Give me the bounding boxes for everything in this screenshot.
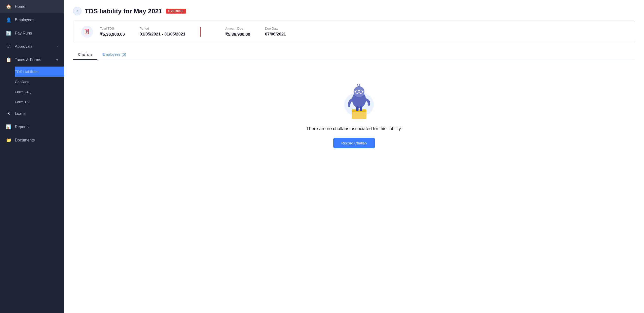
sidebar: 🏠 Home 👤 Employees 🔄 Pay Runs ☑ Approval…	[0, 0, 64, 313]
total-tds-field: Total TDS ₹5,36,900.00	[100, 27, 125, 37]
form16-label: Form 16	[15, 100, 28, 104]
record-challan-button[interactable]: Record Challan	[333, 138, 374, 148]
period-value: 01/05/2021 - 31/05/2021	[140, 32, 185, 37]
loans-icon: ₹	[6, 111, 11, 116]
period-field: Period 01/05/2021 - 31/05/2021	[140, 27, 185, 37]
sidebar-item-form24q[interactable]: Form 24Q	[15, 87, 64, 97]
sidebar-item-home[interactable]: 🏠 Home	[0, 0, 64, 13]
taxes-forms-submenu: TDS Liabilities Challans Form 24Q Form 1…	[0, 66, 64, 107]
tab-employees[interactable]: Employees (5)	[97, 49, 131, 60]
svg-rect-16	[356, 106, 358, 111]
due-date-field: Due Date 07/06/2021	[265, 27, 286, 37]
amount-due-field: Amount Due ₹5,36,900.00	[225, 27, 250, 37]
overdue-badge: OVERDUE	[166, 9, 186, 13]
sidebar-item-employees[interactable]: 👤 Employees	[0, 13, 64, 27]
sidebar-label-approvals: Approvals	[15, 44, 32, 49]
period-label: Period	[140, 27, 185, 30]
tab-challans-label: Challans	[78, 52, 92, 56]
approvals-arrow-icon: ›	[57, 45, 58, 48]
sidebar-item-taxes-forms[interactable]: 📋 Taxes & Forms ∨	[0, 53, 64, 66]
page-title: TDS liability for May 2021	[85, 7, 162, 15]
summary-card: Total TDS ₹5,36,900.00 Period 01/05/2021…	[73, 20, 635, 43]
summary-fields: Total TDS ₹5,36,900.00 Period 01/05/2021…	[100, 27, 627, 37]
form24q-label: Form 24Q	[15, 90, 32, 94]
approvals-icon: ☑	[6, 44, 11, 49]
svg-rect-6	[352, 109, 366, 112]
record-challan-label: Record Challan	[341, 141, 367, 145]
sidebar-label-documents: Documents	[15, 138, 35, 142]
svg-rect-17	[360, 106, 362, 111]
sidebar-label-loans: Loans	[15, 111, 26, 116]
sidebar-label-reports: Reports	[15, 125, 28, 129]
svg-line-14	[358, 84, 358, 86]
amount-divider	[200, 27, 200, 37]
tab-challans[interactable]: Challans	[73, 49, 97, 60]
challans-label: Challans	[15, 80, 29, 84]
tabs: Challans Employees (5)	[73, 49, 635, 60]
sidebar-item-documents[interactable]: 📁 Documents	[0, 134, 64, 147]
tds-summary-icon	[81, 26, 93, 38]
sidebar-item-pay-runs[interactable]: 🔄 Pay Runs	[0, 27, 64, 40]
empty-svg	[334, 75, 376, 122]
tab-employees-label: Employees (5)	[102, 52, 126, 56]
tds-liabilities-label: TDS Liabilities	[15, 69, 38, 74]
taxes-forms-arrow-icon: ∨	[56, 58, 58, 62]
due-date-label: Due Date	[265, 27, 286, 30]
sidebar-item-reports[interactable]: 📊 Reports	[0, 120, 64, 134]
sidebar-item-approvals[interactable]: ☑ Approvals ›	[0, 40, 64, 53]
back-button[interactable]: ‹	[73, 7, 82, 15]
sidebar-item-tds-liabilities[interactable]: TDS Liabilities	[15, 66, 64, 77]
taxes-forms-icon: 📋	[6, 57, 11, 63]
sidebar-item-form16[interactable]: Form 16	[15, 97, 64, 107]
empty-state: There are no challans associated for thi…	[64, 60, 644, 158]
back-icon: ‹	[76, 9, 78, 13]
documents-icon: 📁	[6, 138, 11, 143]
amount-due-label: Amount Due	[225, 27, 250, 30]
document-icon	[84, 28, 90, 35]
sidebar-label-employees: Employees	[15, 18, 34, 22]
employees-icon: 👤	[6, 17, 11, 23]
reports-icon: 📊	[6, 124, 11, 130]
due-date-value: 07/06/2021	[265, 32, 286, 37]
sidebar-label-home: Home	[15, 4, 26, 9]
sidebar-label-pay-runs: Pay Runs	[15, 31, 32, 35]
main-content: ‹ TDS liability for May 2021 OVERDUE Tot…	[64, 0, 644, 313]
total-tds-label: Total TDS	[100, 27, 125, 30]
empty-illustration	[334, 75, 374, 119]
home-icon: 🏠	[6, 4, 11, 9]
empty-message: There are no challans associated for thi…	[306, 126, 402, 131]
pay-runs-icon: 🔄	[6, 30, 11, 36]
amount-due-value: ₹5,36,900.00	[225, 32, 250, 37]
sidebar-item-challans[interactable]: Challans	[15, 77, 64, 87]
page-header: ‹ TDS liability for May 2021 OVERDUE	[64, 0, 644, 20]
total-tds-value: ₹5,36,900.00	[100, 32, 125, 37]
sidebar-item-loans[interactable]: ₹ Loans	[0, 107, 64, 120]
sidebar-label-taxes-forms: Taxes & Forms	[15, 58, 41, 62]
